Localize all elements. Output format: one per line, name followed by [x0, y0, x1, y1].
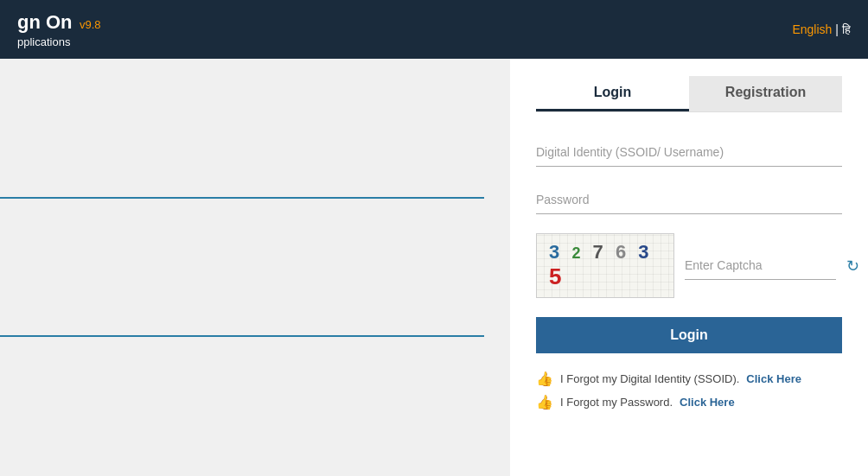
captcha-char-2: 2 [571, 244, 584, 262]
login-button[interactable]: Login [536, 317, 842, 353]
captcha-char-4: 6 [616, 241, 629, 263]
forgot-password-click-here[interactable]: Click Here [680, 396, 735, 409]
captcha-char-3: 7 [593, 241, 607, 263]
main-container: Login Registration 3 2 7 6 3 5 ↻ Login [0, 59, 868, 476]
header-title-block: gn On v9.8 pplications [17, 11, 101, 48]
left-divider-bottom [0, 335, 484, 337]
lang-hindi[interactable]: हि [842, 22, 851, 37]
right-panel: Login Registration 3 2 7 6 3 5 ↻ Login [510, 59, 868, 476]
tab-login[interactable]: Login [536, 76, 689, 111]
left-divider-top [0, 197, 484, 199]
header: gn On v9.8 pplications English | हि [0, 0, 868, 59]
header-title: gn On v9.8 [17, 11, 101, 34]
forgot-ssoid-click-here[interactable]: Click Here [746, 372, 801, 385]
ssoid-field-group [536, 138, 842, 167]
tab-bar: Login Registration [536, 76, 842, 112]
left-panel [0, 59, 510, 476]
captcha-char-1: 3 [549, 241, 563, 263]
lang-separator: | [835, 22, 839, 36]
password-field-group [536, 186, 842, 214]
captcha-char-6: 5 [549, 263, 565, 289]
app-version: v9.8 [80, 18, 101, 31]
password-input[interactable] [536, 186, 842, 214]
app-subtitle: pplications [17, 35, 101, 48]
forgot-password-link-row: 👍 I Forgot my Password. Click Here [536, 394, 842, 410]
app-title: gn On [17, 11, 73, 33]
lang-english[interactable]: English [792, 22, 832, 36]
forgot-password-text: I Forgot my Password. [560, 396, 673, 409]
forgot-ssoid-link-row: 👍 I Forgot my Digital Identity (SSOID). … [536, 371, 842, 387]
refresh-captcha-icon[interactable]: ↻ [846, 257, 859, 276]
forgot-ssoid-icon: 👍 [536, 371, 553, 387]
captcha-char-5: 3 [638, 241, 652, 263]
tab-registration[interactable]: Registration [689, 76, 842, 111]
ssoid-input[interactable] [536, 138, 842, 167]
forgot-ssoid-text: I Forgot my Digital Identity (SSOID). [560, 372, 739, 385]
captcha-input[interactable] [685, 251, 836, 280]
captcha-image: 3 2 7 6 3 5 [536, 233, 674, 298]
language-selector[interactable]: English | हि [792, 22, 851, 37]
forgot-password-icon: 👍 [536, 394, 553, 410]
captcha-row: 3 2 7 6 3 5 ↻ [536, 233, 842, 298]
